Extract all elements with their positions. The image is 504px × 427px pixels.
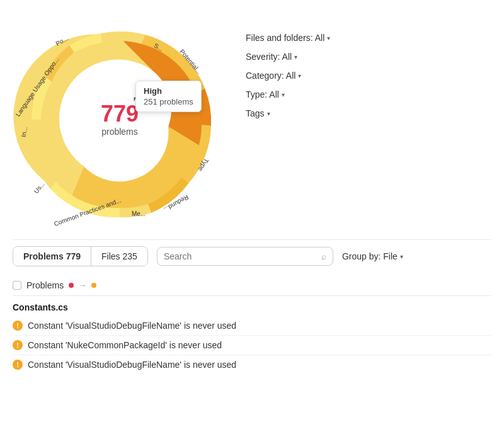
problems-header: Problems →: [13, 275, 491, 296]
chevron-down-icon: ▾: [400, 253, 403, 260]
main-container: S... Potential... Hi... Type Redund... M…: [0, 0, 504, 380]
tooltip-title: High: [144, 86, 193, 96]
problems-checkbox[interactable]: [13, 281, 21, 290]
filter-severity[interactable]: Severity: All ▾: [246, 50, 330, 63]
tab-problems[interactable]: Problems 779: [13, 247, 91, 266]
chart-tooltip: High 251 problems: [135, 81, 202, 112]
dot-red-icon: [69, 283, 74, 288]
filter-category[interactable]: Category: All ▾: [246, 69, 330, 82]
warning-icon: !: [13, 360, 23, 370]
problem-text-1: Constant 'VisualStudioDebugFileName' is …: [28, 321, 236, 331]
tab-files[interactable]: Files 235: [91, 247, 147, 266]
group-by-button[interactable]: Group by: File ▾: [342, 251, 403, 261]
warning-icon: !: [13, 321, 23, 331]
chevron-down-icon: ▾: [294, 54, 297, 60]
arrow-right-icon: →: [79, 281, 86, 290]
label-me: Me...: [132, 210, 146, 217]
label-us: Us...: [32, 180, 46, 195]
chevron-down-icon: ▾: [327, 35, 330, 42]
problem-text-3: Constant 'VisualStudioDebugFileName' is …: [28, 360, 236, 370]
filter-tags[interactable]: Tags ▾: [246, 107, 330, 120]
warning-icon: !: [13, 340, 23, 350]
tab-group: Problems 779 Files 235: [13, 246, 148, 266]
filter-type-label: Type: All: [246, 89, 279, 100]
donut-chart-svg: S... Potential... Hi... Type Redund... M…: [13, 13, 227, 227]
top-section: S... Potential... Hi... Type Redund... M…: [13, 13, 491, 227]
group-by-label: Group by: File: [342, 251, 398, 261]
tooltip-value: 251 problems: [144, 97, 193, 106]
problems-header-label: Problems: [26, 280, 64, 290]
filter-files-folders-label: Files and folders: All: [246, 33, 324, 43]
problem-item[interactable]: ! Constant 'NukeCommonPackageId' is neve…: [13, 336, 491, 355]
search-box[interactable]: ⌕: [157, 247, 333, 266]
label-hi: Hi...: [210, 104, 219, 116]
filter-severity-label: Severity: All: [246, 52, 292, 62]
problem-item[interactable]: ! Constant 'VisualStudioDebugFileName' i…: [13, 355, 491, 374]
file-name: Constants.cs: [13, 302, 491, 312]
chevron-down-icon: ▾: [282, 91, 285, 98]
chart-container: S... Potential... Hi... Type Redund... M…: [13, 13, 227, 227]
problem-item[interactable]: ! Constant 'VisualStudioDebugFileName' i…: [13, 316, 491, 336]
problem-text-2: Constant 'NukeCommonPackageId' is never …: [28, 340, 222, 350]
filter-files-folders[interactable]: Files and folders: All ▾: [246, 31, 330, 44]
filter-tags-label: Tags: [246, 108, 265, 118]
search-icon: ⌕: [321, 251, 326, 261]
file-section: Constants.cs ! Constant 'VisualStudioDeb…: [13, 302, 491, 374]
toolbar-row: Problems 779 Files 235 ⌕ Group by: File …: [13, 239, 491, 273]
filter-type[interactable]: Type: All ▾: [246, 88, 330, 101]
problems-section: Problems → Constants.cs ! Constant 'Visu…: [13, 275, 491, 374]
dot-yellow-icon: [91, 283, 96, 288]
filters-container: Files and folders: All ▾ Severity: All ▾…: [246, 13, 330, 120]
chevron-down-icon: ▾: [298, 72, 301, 79]
chevron-down-icon: ▾: [267, 110, 270, 117]
search-input[interactable]: [164, 251, 318, 261]
filter-category-label: Category: All: [246, 71, 295, 81]
